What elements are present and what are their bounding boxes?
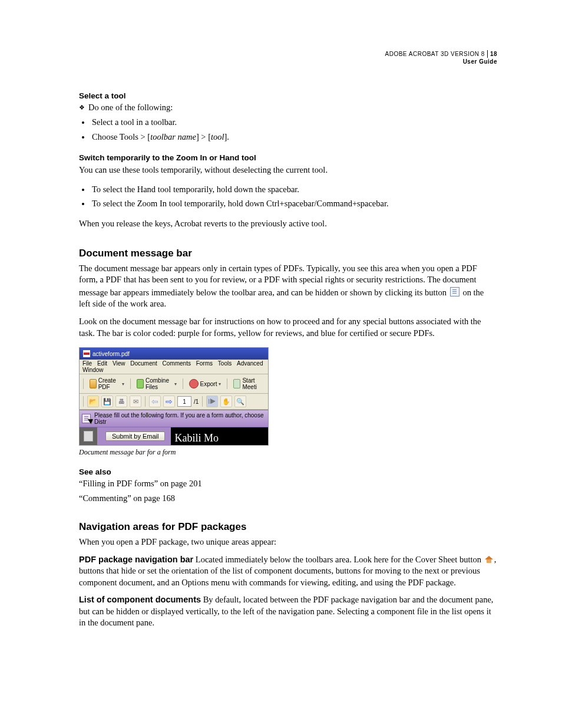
- menubar[interactable]: File Edit View Document Comments Forms T…: [80, 360, 268, 374]
- next-page-button[interactable]: ⇨: [163, 396, 175, 407]
- page: ADOBE ACROBAT 3D VERSION 818 User Guide …: [0, 0, 562, 670]
- create-pdf-button[interactable]: Create PDF▾: [87, 376, 127, 391]
- chevron-down-icon: ▾: [219, 381, 221, 387]
- form-background: Submit by Email Kabili Mo: [97, 427, 268, 445]
- page-total: /1: [194, 398, 199, 405]
- figure-caption: Document message bar for a form: [79, 448, 497, 457]
- heading-nav-packages: Navigation areas for PDF packages: [79, 521, 497, 533]
- save-button[interactable]: 💾: [101, 396, 113, 407]
- heading-select-tool: Select a tool: [79, 91, 497, 100]
- label: Create PDF: [98, 377, 121, 390]
- menu-file[interactable]: File: [82, 360, 92, 367]
- text: ].: [224, 132, 229, 141]
- heading-see-also: See also: [79, 467, 497, 476]
- export-button[interactable]: Export▾: [187, 378, 224, 390]
- page-number: 18: [487, 50, 497, 58]
- prev-page-button[interactable]: ⇦: [149, 396, 161, 407]
- combine-files-button[interactable]: Combine Files▾: [134, 376, 179, 391]
- start-meeting-button[interactable]: Start Meeti: [231, 376, 266, 391]
- xref-link[interactable]: “Commenting” on page 168: [79, 493, 497, 503]
- para: When you release the keys, Acrobat rever…: [79, 218, 497, 230]
- cover-sheet-home-icon: [485, 556, 493, 563]
- menu-forms[interactable]: Forms: [196, 360, 213, 367]
- diamond-icon: ❖: [79, 104, 85, 111]
- list-item: To select the Hand tool temporarily, hol…: [91, 182, 497, 197]
- list-item: To select the Zoom In tool temporarily, …: [91, 196, 497, 211]
- label: Start Meeti: [242, 377, 263, 390]
- create-pdf-icon: [90, 379, 97, 388]
- figure-screenshot: activeform.pdf File Edit View Document C…: [79, 347, 269, 446]
- export-icon: [189, 379, 199, 388]
- menu-view[interactable]: View: [113, 360, 125, 367]
- see-also-list: “Filling in PDF forms” on page 201 “Comm…: [79, 479, 497, 503]
- xref-link[interactable]: “Filling in PDF forms” on page 201: [79, 479, 497, 489]
- page-header: ADOBE ACROBAT 3D VERSION 818 User Guide: [79, 50, 497, 65]
- pdf-file-icon: [83, 350, 90, 357]
- para: List of component documents By default, …: [79, 594, 497, 629]
- para: Look on the document message bar for ins…: [79, 316, 497, 339]
- lead-select-tool: ❖Do one of the following:: [79, 103, 497, 113]
- meeting-icon: [233, 379, 240, 388]
- menu-edit[interactable]: Edit: [97, 360, 107, 367]
- open-button[interactable]: 📂: [87, 396, 99, 407]
- menu-advanced[interactable]: Advanced: [237, 360, 263, 367]
- list-item: Choose Tools > [toolbar name] > [tool].: [91, 130, 497, 144]
- menu-document[interactable]: Document: [130, 360, 157, 367]
- para: The document message bar appears only in…: [79, 263, 497, 310]
- text: Choose Tools > [: [92, 132, 150, 141]
- marquee-zoom-button[interactable]: 🔍: [234, 396, 246, 407]
- header-guide: User Guide: [463, 58, 497, 65]
- text: ] > [: [196, 132, 211, 141]
- label: Combine Files: [146, 377, 173, 390]
- select-tool-button[interactable]: I⯈: [206, 396, 218, 407]
- hand-tool-button[interactable]: ✋: [220, 396, 232, 407]
- heading-switch-tool: Switch temporarily to the Zoom In or Han…: [79, 153, 497, 162]
- form-area: Submit by Email Kabili Mo: [80, 427, 268, 445]
- toolbar-file-nav: 📂 💾 🖶 ✉ ⇦ ⇨ /1 I⯈ ✋ 🔍: [80, 394, 268, 410]
- menu-tools[interactable]: Tools: [218, 360, 232, 367]
- email-button[interactable]: ✉: [130, 396, 141, 407]
- chevron-down-icon: ▾: [174, 381, 177, 387]
- page-input[interactable]: [177, 396, 191, 407]
- toolbar-tasks: Create PDF▾ Combine Files▾ Export▾ Start…: [80, 374, 268, 394]
- message-bar-toggle-icon: [450, 287, 459, 297]
- combine-files-icon: [137, 379, 144, 388]
- run-in-heading: List of component documents: [79, 595, 201, 604]
- label: Export: [200, 381, 217, 387]
- para: PDF package navigation bar Located immed…: [79, 554, 497, 589]
- para: When you open a PDF package, two unique …: [79, 536, 497, 548]
- menu-comments[interactable]: Comments: [163, 360, 191, 367]
- chevron-down-icon: ▾: [122, 381, 124, 387]
- form-title-text: Kabili Mo: [171, 427, 268, 446]
- run-in-heading: PDF package navigation bar: [79, 555, 193, 564]
- message-bar-text: Please fill out the following form. If y…: [94, 412, 266, 425]
- text: Located immediately below the toolbars a…: [193, 555, 483, 564]
- bullets-select-tool: Select a tool in a toolbar. Choose Tools…: [79, 115, 497, 144]
- window-titlebar: activeform.pdf: [80, 348, 268, 360]
- document-message-bar[interactable]: Please fill out the following form. If y…: [80, 410, 268, 427]
- text-italic: tool: [211, 132, 224, 141]
- lead-text: Do one of the following:: [88, 103, 173, 112]
- bullets-switch-tool: To select the Hand tool temporarily, hol…: [79, 182, 497, 211]
- window-title: activeform.pdf: [92, 351, 130, 357]
- menu-window[interactable]: Window: [82, 367, 104, 373]
- list-item: Select a tool in a toolbar.: [91, 115, 497, 130]
- para: You can use these tools temporarily, wit…: [79, 164, 497, 176]
- heading-dmb: Document message bar: [79, 248, 497, 259]
- text-italic: toolbar name: [150, 132, 196, 141]
- pages-panel-icon: [84, 431, 93, 442]
- header-product: ADOBE ACROBAT 3D VERSION 8: [385, 51, 485, 57]
- submit-by-email-button[interactable]: Submit by Email: [105, 431, 165, 441]
- text: The document message bar appears only in…: [79, 263, 477, 297]
- print-button[interactable]: 🖶: [115, 396, 127, 407]
- navigation-pane[interactable]: [80, 427, 97, 445]
